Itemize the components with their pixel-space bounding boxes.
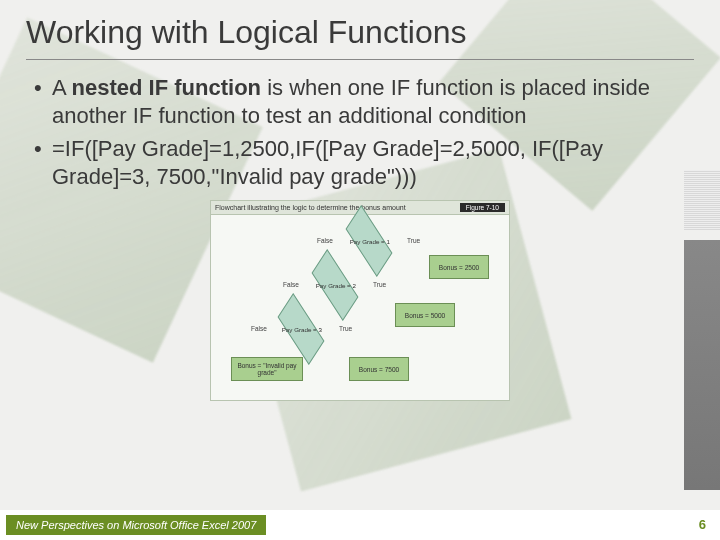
decorative-strip-top	[684, 170, 720, 230]
bullet-2: =IF([Pay Grade]=1,2500,IF([Pay Grade]=2,…	[34, 135, 694, 190]
figure-caption: Flowchart illustrating the logic to dete…	[215, 204, 406, 211]
bullet-1: A nested IF function is when one IF func…	[34, 74, 694, 129]
result-invalid: Bonus = "Invalid pay grade"	[231, 357, 303, 381]
footer-text: New Perspectives on Microsoft Office Exc…	[6, 515, 266, 535]
flowchart-body: Pay Grade = 1 False True Bonus = 2500 Pa…	[211, 215, 509, 400]
decision-pay-grade-2: Pay Grade = 2	[312, 249, 359, 321]
decorative-strip-bottom	[684, 240, 720, 490]
figure-badge: Figure 7-10	[460, 203, 505, 212]
title-underline	[26, 59, 694, 60]
bullet-1-prefix: A	[52, 75, 72, 100]
slide-title: Working with Logical Functions	[26, 14, 694, 51]
decision-pay-grade-1: Pay Grade = 1	[346, 205, 393, 277]
label-false-3: False	[251, 325, 267, 332]
page-number: 6	[699, 517, 706, 532]
result-bonus-7500: Bonus = 7500	[349, 357, 409, 381]
slide-content: Working with Logical Functions A nested …	[0, 0, 720, 540]
result-bonus-5000: Bonus = 5000	[395, 303, 455, 327]
slide-footer: New Perspectives on Microsoft Office Exc…	[0, 510, 720, 540]
result-bonus-2500: Bonus = 2500	[429, 255, 489, 279]
bullet-1-bold: nested IF function	[72, 75, 261, 100]
label-true-1: True	[407, 237, 420, 244]
label-true-3: True	[339, 325, 352, 332]
figure-container: Flowchart illustrating the logic to dete…	[26, 200, 694, 401]
label-true-2: True	[373, 281, 386, 288]
bullet-list: A nested IF function is when one IF func…	[26, 74, 694, 190]
decision-pay-grade-3: Pay Grade = 3	[278, 293, 325, 365]
label-false-2: False	[283, 281, 299, 288]
label-false-1: False	[317, 237, 333, 244]
flowchart-figure: Flowchart illustrating the logic to dete…	[210, 200, 510, 401]
